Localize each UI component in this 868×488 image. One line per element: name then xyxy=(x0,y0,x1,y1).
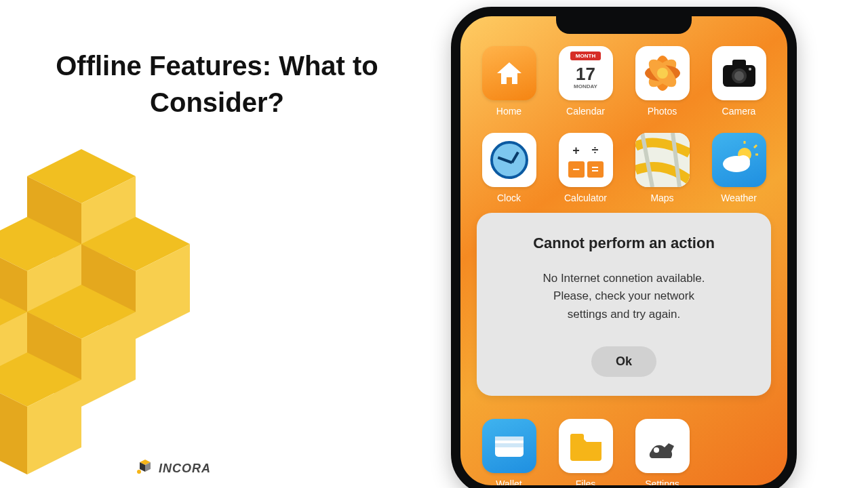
app-label: Clock xyxy=(497,192,521,203)
ok-button[interactable]: Ok xyxy=(591,346,656,377)
home-icon xyxy=(482,46,536,100)
svg-point-43 xyxy=(654,447,659,453)
files-icon xyxy=(559,419,613,473)
phone-side-button xyxy=(787,118,790,165)
brand-logo: INCORA xyxy=(136,460,211,477)
wallet-icon xyxy=(482,419,536,473)
svg-line-35 xyxy=(754,145,757,148)
camera-icon xyxy=(712,46,766,100)
calculator-icon: + ÷ − = xyxy=(559,133,613,187)
clock-icon xyxy=(482,133,536,187)
calendar-icon: MONTH 17 MONDAY xyxy=(559,46,613,100)
svg-point-38 xyxy=(736,155,750,167)
app-label: Photos xyxy=(648,106,677,117)
app-calendar[interactable]: MONTH 17 MONDAY Calendar xyxy=(557,46,614,117)
app-label: Calculator xyxy=(564,192,607,203)
alert-dialog: Cannot perform an action No Internet con… xyxy=(477,213,771,396)
svg-point-30 xyxy=(734,71,744,81)
app-settings[interactable]: Settings xyxy=(634,419,690,488)
app-files[interactable]: Files xyxy=(557,419,614,488)
app-label: Calendar xyxy=(566,106,605,117)
app-weather[interactable]: Weather xyxy=(711,133,767,203)
weather-icon xyxy=(712,133,766,187)
page-title: Offline Features: What to Consider? xyxy=(54,47,380,121)
photos-icon xyxy=(635,46,690,100)
app-wallet[interactable]: Wallet xyxy=(481,419,537,488)
app-photos[interactable]: Photos xyxy=(634,46,690,117)
maps-icon xyxy=(635,133,690,187)
settings-icon xyxy=(635,419,690,473)
app-label: Home xyxy=(496,106,521,117)
logo-text: INCORA xyxy=(159,462,211,476)
svg-point-31 xyxy=(749,68,751,70)
svg-point-21 xyxy=(137,470,141,474)
app-label: Camera xyxy=(722,106,756,117)
svg-rect-28 xyxy=(732,60,746,68)
app-label: Settings xyxy=(645,479,679,488)
svg-rect-42 xyxy=(570,434,584,441)
svg-rect-40 xyxy=(495,436,524,441)
phone-notch xyxy=(556,16,692,34)
app-label: Wallet xyxy=(496,479,521,488)
phone-mockup: Home MONTH 17 MONDAY Calendar xyxy=(451,7,797,488)
app-home[interactable]: Home xyxy=(481,46,537,117)
app-maps[interactable]: Maps xyxy=(634,133,690,203)
svg-point-26 xyxy=(657,68,668,79)
dialog-title: Cannot perform an action xyxy=(496,235,752,252)
app-label: Files xyxy=(576,479,596,488)
app-calculator[interactable]: + ÷ − = Calculator xyxy=(557,133,614,203)
svg-rect-41 xyxy=(495,443,524,447)
logo-icon xyxy=(136,460,153,477)
cubes-decoration xyxy=(0,136,298,488)
app-label: Weather xyxy=(721,192,757,203)
app-label: Maps xyxy=(650,192,673,203)
dialog-message: No Internet connetion available. Please,… xyxy=(496,270,752,323)
app-camera[interactable]: Camera xyxy=(711,46,767,117)
app-clock[interactable]: Clock xyxy=(481,133,537,203)
